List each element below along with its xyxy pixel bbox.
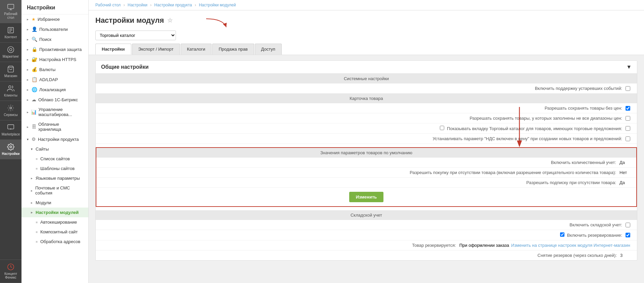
breadcrumb-sep: › — [195, 3, 196, 7]
warehouse-header: Складской учет — [96, 210, 637, 220]
favorite-star-icon[interactable]: ☆ — [167, 17, 173, 24]
breadcrumb-settings[interactable]: Настройки — [128, 3, 147, 7]
warehouse-label-1: Включить резервирование: — [102, 232, 626, 238]
sidebar-item-https[interactable]: ▸ 🔐 Настройка HTTPS — [21, 54, 88, 64]
warehouse-reserve-value: При оформлении заказа — [459, 243, 509, 248]
sidebar-item-site-templates[interactable]: ■ Шаблоны сайтов — [21, 164, 88, 173]
sidebar-item-sites[interactable]: ▾ Сайты — [21, 144, 88, 154]
sidebar-item-module-settings[interactable]: ▸ Настройки модулей — [21, 208, 88, 217]
nav-services[interactable]: Сервисы — [0, 101, 21, 120]
system-checkbox-0[interactable] — [626, 86, 630, 91]
tab-export-import[interactable]: Экспорт / Импорт — [132, 44, 180, 55]
product-card-value-0 — [626, 106, 630, 111]
sidebar-item-autocaching[interactable]: ■ Автокеширование — [21, 217, 88, 227]
default-params-value-0: Да — [619, 160, 630, 165]
sidebar-item-address[interactable]: ■ Обработка адресов — [21, 237, 88, 246]
shield-icon: 🔒 — [32, 47, 37, 52]
warehouse-link[interactable]: Изменить на странице настроек модуля Инт… — [511, 243, 630, 248]
product-card-label-0: Разрешать сохранять товары без цен: — [102, 106, 626, 111]
arrow-icon: ▸ — [27, 88, 30, 92]
sidebar-item-composite[interactable]: ■ Композитный сайт — [21, 227, 88, 237]
default-params-value-2: Да — [619, 180, 630, 185]
arrow-icon: ▸ — [31, 189, 34, 192]
nav-marketplace[interactable]: Marketplace — [0, 120, 21, 140]
product-card-value-1 — [626, 116, 630, 121]
product-card-checkbox-2[interactable] — [626, 126, 630, 131]
default-params-text-0: Да — [619, 160, 630, 165]
sidebar-item-search[interactable]: ▸ 🔍 Поиск — [21, 34, 88, 44]
sidebar-item-proactive[interactable]: ▸ 🔒 Проактивная защита — [21, 44, 88, 54]
storage-icon: 🗄 — [32, 124, 36, 129]
currency-icon: 💰 — [32, 67, 37, 72]
product-card-checkbox-3[interactable] — [626, 136, 630, 141]
sidebar-item-sites-list[interactable]: ■ Список сайтов — [21, 154, 88, 164]
product-card-row-3: Устанавливать параметр "НДС включен в це… — [96, 134, 637, 144]
arrow-icon: ■ — [36, 230, 39, 234]
sidebar-item-cloudstorage[interactable]: ▸ 🗄 Облачные хранилища — [21, 119, 88, 134]
default-params-value-1: Нет — [619, 170, 630, 175]
nav-desktop[interactable]: Рабочий стол — [0, 0, 21, 23]
sidebar-item-cloud[interactable]: ▸ ☁ Облако 1С-Битрикс — [21, 95, 88, 105]
warehouse-value-3: 3 — [620, 253, 630, 258]
nav-fenix[interactable]: Концепт Феникс — [0, 260, 21, 283]
sidebar-item-currencies[interactable]: ▸ 💰 Валюты — [21, 64, 88, 74]
arrow-icon: ▸ — [31, 211, 34, 214]
default-params-label-1: Разрешить покупку при отсутствии товара … — [103, 170, 619, 175]
product-card-checkbox-1[interactable] — [626, 116, 630, 121]
tab-access[interactable]: Доступ — [255, 44, 282, 55]
tab-catalogs[interactable]: Каталоги — [181, 44, 212, 55]
warehouse-label-2: Товар резервируется: — [102, 243, 459, 248]
breadcrumb: Рабочий стол › Настройки › Настройки про… — [89, 0, 644, 10]
nav-content[interactable]: Контент — [0, 23, 21, 43]
nav-settings[interactable]: Настройки — [0, 140, 21, 159]
main-content: Рабочий стол › Настройки › Настройки про… — [89, 0, 644, 283]
tab-settings[interactable]: Настройки — [95, 44, 131, 55]
toggle-icon[interactable]: ▼ — [626, 64, 632, 70]
tab-rights-sale[interactable]: Продажа прав — [212, 44, 254, 55]
product-card-header: Карточка товара — [96, 94, 637, 103]
sidebar-title: Настройки — [21, 0, 88, 14]
breadcrumb-sep: › — [150, 3, 151, 7]
sidebar-item-mail-sms[interactable]: ▸ Почтовые и СМС события — [21, 183, 88, 198]
arrow-icon: ▸ — [27, 48, 30, 51]
warehouse-label-3: Снятие резервов (через сколько дней): — [102, 253, 620, 258]
ad-icon: 📋 — [32, 77, 37, 82]
sidebar-item-users[interactable]: ▸ 👤 Пользователи — [21, 24, 88, 34]
sidebar-item-adldap[interactable]: ▸ 📋 AD/LDAP — [21, 74, 88, 84]
sidebar-item-product-settings[interactable]: ▾ ⚙ Настройки продукта — [21, 134, 88, 144]
arrow-down-icon: ▾ — [27, 137, 30, 141]
default-params-row-1: Разрешить покупку при отсутствии товара … — [96, 168, 636, 178]
module-select[interactable]: Торговый каталог — [95, 31, 176, 40]
product-card-row-1: Разрешать сохранять товары, у которых за… — [96, 113, 637, 123]
breadcrumb-module-settings[interactable]: Настройки модулей — [199, 3, 236, 7]
warehouse-label-0: Включить складской учет: — [102, 222, 626, 227]
sidebar-item-localization[interactable]: ▸ 🌐 Локализация — [21, 84, 88, 95]
warehouse-checkbox-0[interactable] — [626, 223, 630, 227]
breadcrumb-product-settings[interactable]: Настройки продукта — [154, 3, 192, 7]
product-card-checkbox-0[interactable] — [626, 106, 630, 111]
globe-icon: 🌐 — [32, 87, 37, 92]
default-params-section: Значения параметров товаров по умолчанию… — [96, 147, 637, 207]
sidebar-item-favorites[interactable]: ▸ ★ Избранное — [21, 14, 88, 24]
warehouse-value-0 — [626, 223, 630, 227]
page-title-text: Настройки модуля — [95, 16, 164, 25]
nav-shop[interactable]: Магазин — [0, 62, 21, 81]
breadcrumb-sep: › — [124, 3, 125, 7]
arrow-down-icon: ▾ — [31, 147, 34, 151]
breadcrumb-desktop[interactable]: Рабочий стол — [95, 3, 121, 7]
arrow-icon: ▸ — [27, 110, 30, 114]
warehouse-checkbox-1[interactable] — [626, 233, 630, 237]
sidebar-item-scaling[interactable]: ▸ 📊 Управление масштабирова... — [21, 105, 88, 119]
sidebar-item-modules[interactable]: ▸ Модули — [21, 198, 88, 208]
product-card-prefix-checkbox-2[interactable] — [440, 126, 444, 130]
svg-point-11 — [10, 107, 12, 109]
nav-marketing[interactable]: Маркетинг — [0, 43, 21, 62]
https-icon: 🔐 — [32, 57, 37, 62]
default-params-text-2: Да — [619, 180, 630, 185]
settings-icon: ⚙ — [32, 136, 36, 142]
sidebar-item-lang-params[interactable]: ▸ Языковые параметры — [21, 173, 88, 183]
nav-clients[interactable]: Клиенты — [0, 81, 21, 101]
warehouse-prefix-checkbox-1[interactable] — [560, 232, 564, 237]
arrow-icon: ▸ — [27, 125, 30, 129]
change-button[interactable]: Изменить — [349, 192, 384, 202]
